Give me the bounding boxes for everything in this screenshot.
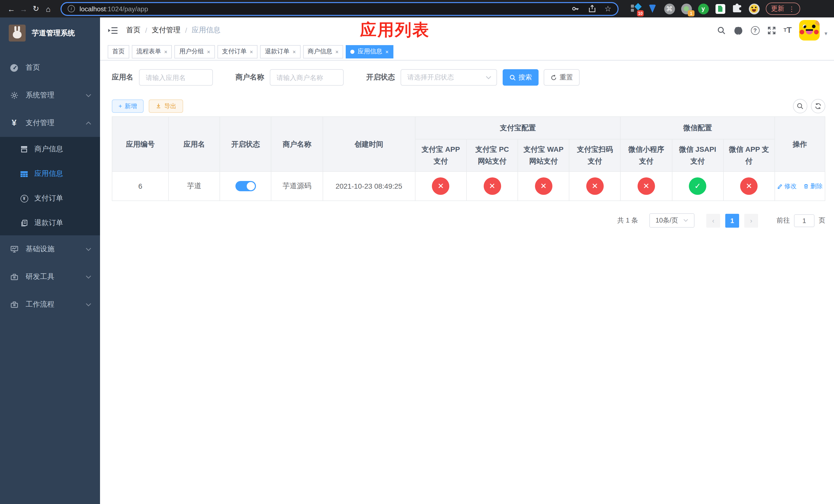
delete-link[interactable]: 删除 <box>803 182 823 190</box>
group-header-alipay: 支付宝配置 <box>415 117 621 139</box>
col-header-wx-jsapi: 微信 JSAPI 支付 <box>672 139 723 171</box>
search-icon[interactable] <box>717 26 725 35</box>
extension-record-icon[interactable]: 1 <box>681 3 692 14</box>
user-avatar[interactable] <box>799 20 820 41</box>
page-annotation-title: 应用列表 <box>360 19 430 42</box>
col-header-status: 开启状态 <box>220 117 271 171</box>
browser-toolbar: ← → ↻ ⌂ i localhost:1024/pay/app ☆ 10 <box>0 0 834 18</box>
plus-icon: + <box>118 102 122 110</box>
export-button[interactable]: 导出 <box>149 99 183 113</box>
app-title: 芋道管理系统 <box>32 28 75 38</box>
col-header-alipay-qr: 支付宝扫码支付 <box>569 139 621 171</box>
sidebar-item-merchant-info[interactable]: 商户信息 <box>0 137 100 161</box>
sidebar-logo[interactable]: 芋道管理系统 <box>0 18 100 48</box>
sidebar-item-home[interactable]: 首页 <box>0 54 100 82</box>
logo-rabbit-image <box>9 25 26 42</box>
download-icon <box>155 103 161 109</box>
app-name-input[interactable] <box>139 69 213 86</box>
search-button[interactable]: 搜索 <box>503 69 539 86</box>
sidebar-item-app-info[interactable]: 应用信息 <box>0 161 100 186</box>
extension-blocks-icon[interactable]: 10 <box>630 3 641 14</box>
monitor-icon <box>10 245 19 254</box>
extension-doc-icon[interactable] <box>715 3 726 14</box>
breadcrumb-pay[interactable]: 支付管理 <box>152 26 180 35</box>
col-header-app-name: 应用名 <box>169 117 220 171</box>
wx-mini-status-icon: ✕ <box>638 177 655 195</box>
breadcrumb-home[interactable]: 首页 <box>126 26 140 35</box>
help-icon[interactable]: ? <box>751 26 760 35</box>
forward-icon[interactable]: → <box>18 4 30 13</box>
wx-jsapi-status-icon: ✓ <box>689 177 706 195</box>
merchant-name-input[interactable] <box>270 69 344 86</box>
extension-gem-icon[interactable] <box>647 3 658 14</box>
tab-pay-order[interactable]: 支付订单× <box>218 45 258 58</box>
toggle-search-button[interactable] <box>793 99 807 113</box>
sidebar-item-system[interactable]: 系统管理 <box>0 82 100 109</box>
browser-update-button[interactable]: 更新 ⋮ <box>766 3 800 15</box>
sidebar-item-infra[interactable]: 基础设施 <box>0 235 100 263</box>
close-icon[interactable]: × <box>293 48 296 54</box>
tab-merchant-info[interactable]: 商户信息× <box>303 45 344 58</box>
sidebar-item-workflow[interactable]: 工作流程 <box>0 291 100 318</box>
extension-command-icon[interactable]: ⌘ <box>664 3 675 14</box>
font-size-icon[interactable]: TT <box>784 26 792 35</box>
github-icon[interactable] <box>733 25 743 35</box>
extensions-puzzle-icon[interactable] <box>731 3 743 14</box>
close-icon[interactable]: × <box>164 48 168 54</box>
search-form: 应用名 商户名称 开启状态 请选择开启状态 <box>112 69 825 86</box>
col-header-alipay-app: 支付宝 APP 支付 <box>415 139 466 171</box>
avatar-caret-icon[interactable]: ▾ <box>825 30 827 37</box>
page-size-select[interactable]: 10条/页 <box>649 213 695 228</box>
info-icon[interactable]: i <box>68 5 75 12</box>
close-icon[interactable]: × <box>207 48 210 54</box>
tab-process-form[interactable]: 流程表单× <box>132 45 172 58</box>
sidebar-collapse-icon[interactable] <box>108 26 118 35</box>
edit-link[interactable]: 修改 <box>777 182 796 190</box>
close-icon[interactable]: × <box>385 48 389 54</box>
current-page-button[interactable]: 1 <box>725 213 739 227</box>
col-header-created: 创建时间 <box>323 117 415 171</box>
page-unit-label: 页 <box>819 216 825 225</box>
sidebar-item-pay[interactable]: ¥ 支付管理 <box>0 109 100 137</box>
sidebar-menu: 首页 系统管理 ¥ 支付管理 <box>0 54 100 318</box>
share-icon[interactable] <box>588 5 596 13</box>
status-select[interactable]: 请选择开启状态 <box>401 69 497 86</box>
next-page-button[interactable]: › <box>744 213 758 227</box>
fullscreen-icon[interactable] <box>767 26 776 35</box>
address-bar[interactable]: i localhost:1024/pay/app ☆ <box>61 2 619 16</box>
close-icon[interactable]: × <box>250 48 253 54</box>
tab-user-group[interactable]: 用户分组× <box>175 45 215 58</box>
close-icon[interactable]: × <box>335 48 339 54</box>
browser-menu-icon[interactable]: ⋮ <box>788 5 795 13</box>
sidebar-item-pay-order[interactable]: ¥ 支付订单 <box>0 186 100 211</box>
back-icon[interactable]: ← <box>5 4 18 13</box>
reload-icon[interactable]: ↻ <box>30 4 42 13</box>
navbar-actions: ? TT ▾ <box>717 20 827 41</box>
refresh-button[interactable] <box>811 99 825 113</box>
home-icon[interactable]: ⌂ <box>42 4 54 13</box>
tab-refund-order[interactable]: 退款订单× <box>260 45 301 58</box>
status-toggle[interactable] <box>236 181 256 191</box>
prev-page-button[interactable]: ‹ <box>706 213 720 227</box>
extension-y-icon[interactable]: y <box>698 3 709 14</box>
goto-label: 前往 <box>776 216 790 225</box>
sidebar-item-dev-tools[interactable]: 研发工具 <box>0 263 100 291</box>
col-header-alipay-pc: 支付宝 PC 网站支付 <box>466 139 518 171</box>
sidebar-item-refund-order[interactable]: 退款订单 <box>0 211 100 235</box>
bookmark-star-icon[interactable]: ☆ <box>605 4 611 13</box>
page-content: 应用名 商户名称 开启状态 请选择开启状态 <box>100 61 834 504</box>
alipay-wap-status-icon: ✕ <box>535 177 552 195</box>
add-button[interactable]: + 新增 <box>112 99 144 113</box>
goto-page-input[interactable] <box>794 214 814 227</box>
profile-emoji-icon[interactable] <box>748 3 760 14</box>
sidebar-item-label: 研发工具 <box>26 272 54 281</box>
tab-app-info[interactable]: 应用信息× <box>346 45 393 58</box>
reset-button[interactable]: 重置 <box>544 69 579 86</box>
sidebar-item-label: 系统管理 <box>26 91 54 100</box>
cell-app-id: 6 <box>112 171 169 201</box>
url-text[interactable]: localhost:1024/pay/app <box>80 5 148 13</box>
tab-home[interactable]: 首页 <box>108 45 129 58</box>
navbar: 首页 / 支付管理 / 应用信息 应用列表 ? <box>100 18 834 43</box>
key-icon[interactable] <box>571 5 579 13</box>
yen-circle-icon: ¥ <box>20 194 28 203</box>
